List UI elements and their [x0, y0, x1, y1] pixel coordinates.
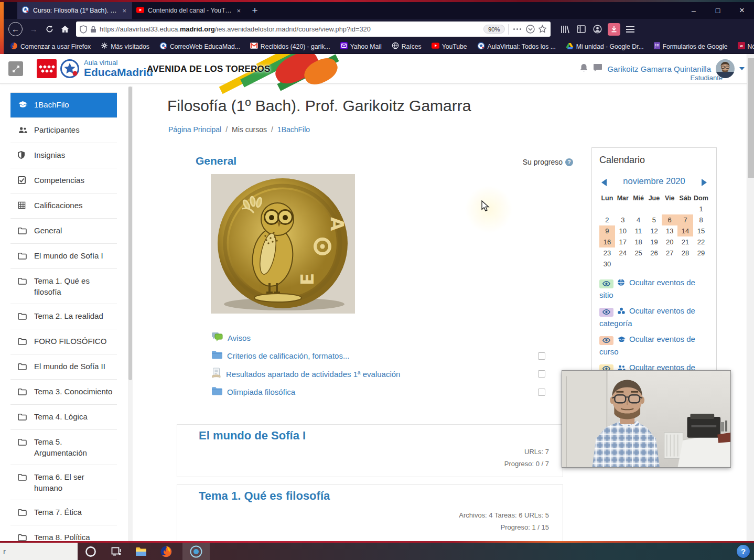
bookmark-item[interactable]: Recibidos (420) - garik...	[250, 42, 330, 51]
chevron-down-icon[interactable]	[739, 67, 745, 70]
educamadrid-logo[interactable]: Aula virtual EducaMadrid	[37, 59, 153, 79]
taskbar-search-box[interactable]: r	[0, 543, 78, 560]
help-icon[interactable]: ?	[565, 158, 573, 166]
next-month-icon[interactable]	[702, 179, 707, 186]
eye-toggle[interactable]	[599, 279, 613, 288]
menu-button[interactable]	[622, 21, 638, 37]
user-menu[interactable]: Garikoitz Gamarra Quintanilla	[607, 64, 711, 73]
notifications-bell-icon[interactable]	[579, 63, 588, 74]
page-actions-icon[interactable]	[512, 28, 523, 30]
completion-checkbox[interactable]	[538, 352, 545, 360]
fullscreen-toggle-button[interactable]	[8, 61, 23, 76]
breadcrumb-item[interactable]: Página Principal	[168, 125, 221, 134]
close-button[interactable]: ×	[730, 2, 754, 19]
task-view-button[interactable]	[104, 543, 128, 560]
bookmark-star-icon[interactable]	[538, 25, 547, 34]
forward-button[interactable]: →	[26, 21, 41, 37]
calendar-day: 17	[615, 236, 631, 247]
bookmark-item[interactable]: wNóminas	[738, 42, 754, 51]
account-button[interactable]	[589, 21, 606, 37]
sidebar-item-participantes[interactable]: Participantes	[10, 118, 117, 143]
sidebar-item-label: Tema 6. El ser humano	[34, 471, 114, 493]
completion-checkbox[interactable]	[538, 389, 545, 396]
file-explorer-button[interactable]	[129, 543, 153, 560]
browser-tab[interactable]: Curso: Filosofía (1º Bach). Prof.×	[17, 2, 132, 19]
page-scrollbar[interactable]	[747, 54, 754, 541]
sidebar-item-tema-3-conocimiento[interactable]: Tema 3. Conocimiento	[10, 380, 117, 405]
sidebar-item-tema-8-pol-tica[interactable]: Tema 8. Política	[10, 525, 117, 541]
bookmark-item[interactable]: Comenzar a usar Firefox	[10, 42, 91, 51]
sidebar-item-el-mundo-de-sof-a-ii[interactable]: El mundo de Sofía II	[10, 354, 117, 380]
sidebar-item-tema-6-el-ser-humano[interactable]: Tema 6. El ser humano	[10, 465, 117, 500]
screen-recorder-button[interactable]	[184, 543, 208, 560]
messages-icon[interactable]	[593, 63, 602, 74]
completion-checkbox[interactable]	[538, 370, 545, 378]
cortana-button[interactable]	[79, 543, 103, 560]
bookmark-item[interactable]: Mi unidad - Google Dr...	[566, 42, 644, 51]
zoom-level-badge[interactable]: 90%	[483, 25, 505, 34]
calendar-day[interactable]: 14	[677, 225, 693, 236]
resource-link[interactable]: Criterios de calificación, formatos...	[227, 351, 533, 360]
calendar-day[interactable]: 16	[599, 236, 615, 247]
bookmark-item[interactable]: AulaVirtual: Todos los ...	[477, 42, 556, 51]
url-text[interactable]: https://aulavirtual33.educa.madrid.org/i…	[100, 25, 480, 33]
tab-close-icon[interactable]: ×	[121, 7, 127, 15]
maximize-button[interactable]: □	[706, 2, 730, 19]
sidebar-item-tema-2-la-realidad[interactable]: Tema 2. La realidad	[10, 304, 117, 329]
calendar-month-label[interactable]: noviembre 2020	[599, 176, 709, 186]
eye-toggle[interactable]	[599, 308, 613, 317]
sidebar-item-tema-7-tica[interactable]: Tema 7. Ética	[10, 500, 117, 525]
sidebar-item-tema-1-qu-es-filosof-a[interactable]: Tema 1. Qué es filosofía	[10, 269, 117, 304]
sidebar-item-1bachfilo[interactable]: 1BachFilo	[10, 93, 117, 118]
sidebar-item-calificaciones[interactable]: Calificaciones	[10, 193, 117, 219]
resource-link[interactable]: Avisos	[228, 333, 533, 342]
section-link[interactable]: Tema 1. Qué es filosofía	[199, 489, 330, 503]
new-tab-button[interactable]: +	[246, 2, 264, 19]
bookmark-item[interactable]: CorreoWeb EducaMad...	[159, 42, 240, 51]
bookmark-item[interactable]: Más visitados	[101, 42, 149, 51]
firefox-button[interactable]	[154, 543, 178, 560]
calendar-day[interactable]: 7	[677, 214, 693, 225]
back-button[interactable]: ←	[8, 22, 23, 36]
event-filter[interactable]: Ocultar eventos de curso	[599, 333, 709, 357]
sidebar-item-tema-5-argumentaci-n[interactable]: Tema 5. Argumentación	[10, 430, 117, 465]
sidebar-item-foro-filos-fico[interactable]: FORO FILOSÓFICO	[10, 329, 117, 354]
pocket-icon[interactable]	[526, 25, 535, 34]
bookmarks-list: Comenzar a usar FirefoxMás visitadosCorr…	[10, 42, 754, 51]
help-button[interactable]: ?	[737, 545, 750, 558]
home-button[interactable]	[57, 21, 73, 37]
resource-link[interactable]: Olimpiada filosófica	[227, 387, 533, 396]
sidebar-item-competencias[interactable]: Competencias	[10, 168, 117, 193]
event-filter[interactable]: Ocultar eventos de categoría	[599, 305, 709, 329]
browser-tab[interactable]: Contenido del canal - YouTube×	[132, 2, 246, 19]
previous-month-icon[interactable]	[601, 179, 607, 186]
downloads-button[interactable]	[606, 21, 622, 37]
minimize-button[interactable]: –	[682, 2, 706, 19]
bookmark-item[interactable]: Formularios de Google	[654, 42, 728, 51]
calendar-day[interactable]: 24	[615, 247, 631, 259]
calendar-empty-cell	[631, 259, 647, 270]
cortana-icon	[85, 546, 96, 557]
sidebars-button[interactable]	[573, 21, 589, 37]
sidebar-item-general[interactable]: General	[10, 219, 117, 244]
resource-link[interactable]: Resultados apartado de actividades 1ª ev…	[226, 370, 533, 379]
bookmark-item[interactable]: Raíces	[392, 42, 422, 51]
eye-toggle[interactable]	[599, 336, 613, 345]
section-heading-general[interactable]: General	[196, 155, 236, 167]
sidebar-item-insignias[interactable]: Insignias	[10, 143, 117, 168]
sidebar-item-tema-4-l-gica[interactable]: Tema 4. Lógica	[10, 405, 117, 430]
sidebar-item-el-mundo-de-sof-a-i[interactable]: El mundo de Sofía I	[10, 244, 117, 269]
section-link[interactable]: El mundo de Sofía I	[199, 429, 306, 443]
library-button[interactable]	[557, 21, 573, 37]
tab-close-icon[interactable]: ×	[235, 7, 242, 15]
breadcrumb-item[interactable]: 1BachFilo	[277, 125, 310, 134]
calendar-day[interactable]: 9	[599, 225, 615, 236]
school-banner: AVENIDA DE LOS TOREROS	[144, 54, 333, 84]
bookmark-item[interactable]: Yahoo Mail	[340, 42, 382, 51]
drawer-scrollbar[interactable]	[128, 87, 133, 541]
reload-button[interactable]	[41, 21, 57, 37]
bookmark-item[interactable]: YouTube	[432, 42, 467, 51]
url-bar[interactable]: https://aulavirtual33.educa.madrid.org/i…	[76, 21, 551, 37]
event-filter[interactable]: Ocultar eventos de sitio	[599, 277, 709, 300]
calendar-day[interactable]: 6	[662, 214, 677, 225]
